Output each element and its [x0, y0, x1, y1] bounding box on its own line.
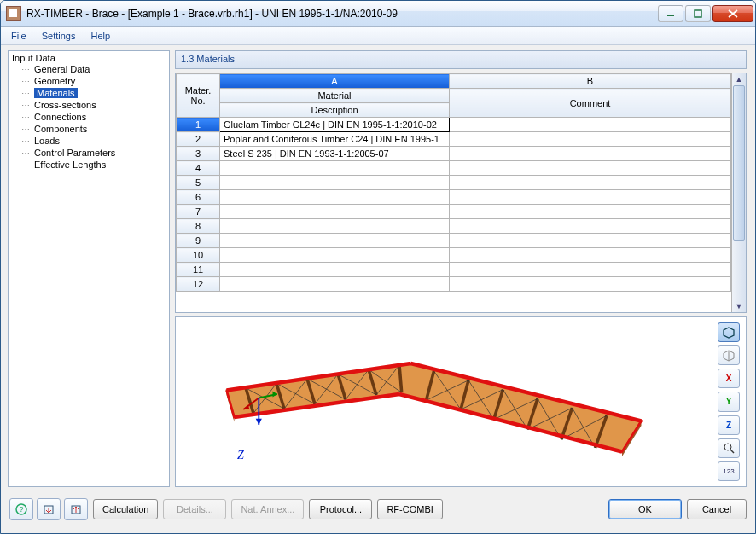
- table-row[interactable]: 4: [177, 161, 731, 176]
- label-button[interactable]: 123: [718, 461, 740, 481]
- table-row[interactable]: 8: [177, 219, 731, 234]
- cell-description[interactable]: [220, 277, 450, 292]
- col-a-letter[interactable]: A: [220, 74, 450, 89]
- row-number[interactable]: 8: [177, 219, 220, 234]
- cancel-button[interactable]: Cancel: [687, 499, 747, 519]
- nav-item-materials[interactable]: ⋯Materials: [12, 87, 166, 99]
- view-wire-button[interactable]: [718, 345, 740, 365]
- close-button[interactable]: [712, 5, 753, 22]
- table-row[interactable]: 5: [177, 176, 731, 190]
- table-row[interactable]: 6: [177, 190, 731, 205]
- title-bar: RX-TIMBER - Brace - [Example 1 - Brace.v…: [1, 1, 755, 27]
- cell-description[interactable]: [220, 219, 450, 234]
- table-row[interactable]: 1Gluelam Timber GL24c | DIN EN 1995-1-1:…: [177, 118, 731, 132]
- cell-comment[interactable]: [450, 277, 731, 292]
- protocol-button[interactable]: Protocol...: [309, 499, 372, 519]
- cell-comment[interactable]: [450, 147, 731, 161]
- cell-description[interactable]: Steel S 235 | DIN EN 1993-1-1:2005-07: [220, 147, 450, 161]
- table-row[interactable]: 12: [177, 277, 731, 292]
- viewer-canvas[interactable]: Z: [176, 317, 715, 486]
- col-b-letter[interactable]: B: [450, 74, 731, 89]
- calculation-button[interactable]: Calculation: [93, 499, 158, 519]
- maximize-button[interactable]: [685, 5, 711, 22]
- table-row[interactable]: 9: [177, 234, 731, 248]
- minimize-button[interactable]: [658, 5, 683, 22]
- axis-y-button[interactable]: Y: [718, 392, 740, 411]
- svg-point-50: [724, 444, 731, 450]
- panel-title: 1.3 Materials: [175, 50, 747, 69]
- nav-item-control-parameters[interactable]: ⋯Control Parameters: [12, 147, 166, 159]
- cell-comment[interactable]: [450, 118, 731, 132]
- nav-item-cross-sections[interactable]: ⋯Cross-sections: [12, 99, 166, 111]
- table-row[interactable]: 10: [177, 248, 731, 263]
- row-number[interactable]: 7: [177, 205, 220, 219]
- scroll-thumb[interactable]: [733, 85, 745, 241]
- scroll-down-icon[interactable]: ▼: [732, 300, 746, 312]
- nat-annex-button[interactable]: Nat. Annex...: [231, 499, 304, 519]
- axis-x-button[interactable]: X: [718, 369, 740, 388]
- cell-description[interactable]: [220, 263, 450, 277]
- cell-comment[interactable]: [450, 176, 731, 190]
- help-button[interactable]: ?: [9, 498, 33, 520]
- cell-comment[interactable]: [450, 219, 731, 234]
- cell-description[interactable]: [220, 190, 450, 205]
- cell-comment[interactable]: [450, 248, 731, 263]
- row-number[interactable]: 4: [177, 161, 220, 176]
- cell-comment[interactable]: [450, 205, 731, 219]
- menu-settings[interactable]: Settings: [35, 27, 83, 44]
- nav-item-loads[interactable]: ⋯Loads: [12, 135, 166, 147]
- table-row[interactable]: 7: [177, 205, 731, 219]
- rf-combi-button[interactable]: RF-COMBI: [377, 499, 442, 519]
- cell-description[interactable]: [220, 176, 450, 190]
- row-number[interactable]: 11: [177, 263, 220, 277]
- body: Input Data ⋯General Data⋯Geometry⋯Materi…: [1, 45, 755, 489]
- row-number[interactable]: 3: [177, 147, 220, 161]
- tree-connector-icon: ⋯: [20, 136, 31, 146]
- export-button[interactable]: [64, 498, 88, 520]
- cell-comment[interactable]: [450, 161, 731, 176]
- import-icon: [43, 503, 55, 515]
- tree-connector-icon: ⋯: [20, 65, 31, 74]
- scroll-up-icon[interactable]: ▲: [732, 73, 746, 85]
- table-row[interactable]: 2Poplar and Coniferous Timber C24 | DIN …: [177, 132, 731, 147]
- details-button[interactable]: Details...: [163, 499, 226, 519]
- cell-comment[interactable]: [450, 263, 731, 277]
- cell-description[interactable]: [220, 205, 450, 219]
- row-number[interactable]: 5: [177, 176, 220, 190]
- import-button[interactable]: [37, 498, 61, 520]
- row-number[interactable]: 2: [177, 132, 220, 147]
- cell-comment[interactable]: [450, 132, 731, 147]
- nav-item-connections[interactable]: ⋯Connections: [12, 111, 166, 123]
- table-row[interactable]: 3Steel S 235 | DIN EN 1993-1-1:2005-07: [177, 147, 731, 161]
- zoom-button[interactable]: [718, 438, 740, 458]
- cell-description[interactable]: Gluelam Timber GL24c | DIN EN 1995-1-1:2…: [220, 118, 450, 132]
- menu-bar: File Settings Help: [1, 27, 755, 45]
- cell-description[interactable]: [220, 161, 450, 176]
- tree-connector-icon: ⋯: [20, 125, 31, 134]
- cell-description[interactable]: [220, 248, 450, 263]
- tree-connector-icon: ⋯: [20, 148, 31, 158]
- table-row[interactable]: 11: [177, 263, 731, 277]
- row-number[interactable]: 12: [177, 277, 220, 292]
- menu-file[interactable]: File: [4, 27, 33, 44]
- cell-description[interactable]: [220, 234, 450, 248]
- axis-z-button[interactable]: Z: [718, 415, 740, 435]
- cell-comment[interactable]: [450, 234, 731, 248]
- row-number[interactable]: 1: [177, 118, 220, 132]
- nav-item-components[interactable]: ⋯Components: [12, 123, 166, 135]
- model-viewer: Z X Y Z 123: [175, 316, 747, 487]
- view-iso-button[interactable]: [718, 322, 740, 342]
- nav-item-general-data[interactable]: ⋯General Data: [12, 63, 166, 75]
- row-number[interactable]: 6: [177, 190, 220, 205]
- menu-help[interactable]: Help: [84, 27, 117, 44]
- materials-grid[interactable]: Mater. No. A B Material Comment: [176, 73, 731, 312]
- table-scrollbar[interactable]: ▲ ▼: [731, 73, 746, 312]
- ok-button[interactable]: OK: [608, 499, 682, 519]
- row-number[interactable]: 10: [177, 248, 220, 263]
- nav-item-effective-lengths[interactable]: ⋯Effective Lengths: [12, 159, 166, 171]
- col-b-bottom: Comment: [450, 89, 731, 118]
- cell-description[interactable]: Poplar and Coniferous Timber C24 | DIN E…: [220, 132, 450, 147]
- cell-comment[interactable]: [450, 190, 731, 205]
- row-number[interactable]: 9: [177, 234, 220, 248]
- nav-item-geometry[interactable]: ⋯Geometry: [12, 75, 166, 87]
